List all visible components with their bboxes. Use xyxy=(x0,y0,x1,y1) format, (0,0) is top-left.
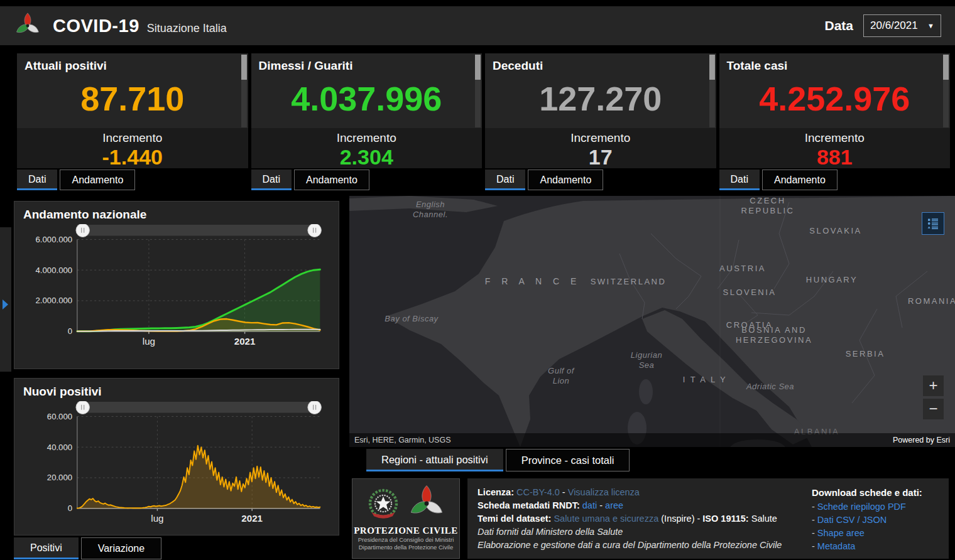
date-label: Data xyxy=(824,18,853,33)
slider-handle xyxy=(76,224,89,237)
card-value: 127.270 xyxy=(485,73,716,124)
increment-value: -1.440 xyxy=(17,145,248,168)
map-zoom-out-button[interactable]: − xyxy=(923,399,944,419)
footer-logo-title: PROTEZIONE CIVILE xyxy=(352,525,459,536)
tab-andamento[interactable]: Andamento xyxy=(294,170,369,190)
tab-variazione[interactable]: Variazione xyxy=(81,537,161,559)
page-title: COVID-19 xyxy=(53,16,139,36)
svg-text:0: 0 xyxy=(68,503,72,513)
download-title: Download schede e dati: xyxy=(812,486,944,499)
page-subtitle: Situazione Italia xyxy=(147,17,227,35)
svg-text:40.000: 40.000 xyxy=(47,443,72,452)
card-value: 4.252.976 xyxy=(719,73,951,124)
protezione-civile-logo-icon xyxy=(407,484,446,523)
stat-cards-row: Attuali positivi 87.710 Incremento -1.44… xyxy=(17,53,950,190)
scrollbar[interactable] xyxy=(475,55,481,127)
tab-dati[interactable]: Dati xyxy=(251,170,292,190)
card-title: Dimessi / Guariti xyxy=(251,53,483,73)
map-attribution: Esri, HERE, Garmin, USGS Powered by Esri xyxy=(349,433,955,447)
link-visualizza-licenza[interactable]: Visualizza licenza xyxy=(568,487,640,497)
tab-province-casi-totali[interactable]: Province - casi totali xyxy=(506,449,630,471)
svg-text:6.000.000: 6.000.000 xyxy=(36,235,73,244)
map-tabs: Regioni - attuali positivi Province - ca… xyxy=(366,449,632,471)
increment-value: 881 xyxy=(719,145,951,168)
scrollbar[interactable] xyxy=(709,55,715,127)
tab-dati[interactable]: Dati xyxy=(719,170,760,190)
tab-positivi[interactable]: Positivi xyxy=(14,537,79,559)
tab-andamento[interactable]: Andamento xyxy=(60,170,135,190)
svg-text:20.000: 20.000 xyxy=(47,473,72,482)
scrollbar[interactable] xyxy=(241,55,247,127)
tab-dati[interactable]: Dati xyxy=(17,170,57,190)
link-schede-riepilogo-pdf[interactable]: Schede riepilogo PDF xyxy=(817,502,906,512)
increment-label: Incremento xyxy=(17,131,248,145)
svg-text:2021: 2021 xyxy=(234,336,256,347)
tab-dati[interactable]: Dati xyxy=(485,170,525,190)
sidebar-expander[interactable] xyxy=(0,227,11,372)
attribution-text: Esri, HERE, Garmin, USGS xyxy=(354,436,451,444)
svg-text:2.000.000: 2.000.000 xyxy=(36,296,73,305)
card-attuali-positivi: Attuali positivi 87.710 Incremento -1.44… xyxy=(17,53,248,190)
svg-text:2021: 2021 xyxy=(241,513,263,524)
svg-text:lug: lug xyxy=(151,513,163,524)
link-cc-by[interactable]: CC-BY-4.0 xyxy=(516,487,560,497)
chevron-right-icon xyxy=(3,299,8,310)
download-block: Download schede e dati: -Schede riepilog… xyxy=(812,486,944,553)
chart-title: Andamento nazionale xyxy=(23,208,330,222)
date-value: 20/6/2021 xyxy=(870,19,918,32)
nuovi-positivi-chart[interactable]: 020.00040.00060.000lug2021 xyxy=(23,401,330,527)
panel-andamento-nazionale: Andamento nazionale 02.000.0004.000.0006… xyxy=(14,201,339,369)
svg-text:4.000.000: 4.000.000 xyxy=(36,266,73,275)
card-title: Totale casi xyxy=(719,53,951,73)
legend-button[interactable] xyxy=(922,212,944,235)
app-header: COVID-19 Situazione Italia Data 20/6/202… xyxy=(0,6,955,45)
map-zoom-in-button[interactable]: + xyxy=(923,375,944,396)
date-select[interactable]: 20/6/2021 ▼ xyxy=(863,14,941,37)
footer-logo-line1: Presidenza del Consiglio dei Ministri xyxy=(352,536,459,544)
scrollbar[interactable] xyxy=(943,55,949,127)
card-value: 87.710 xyxy=(17,73,248,124)
link-aree[interactable]: aree xyxy=(605,500,623,510)
panel-nuovi-positivi: Nuovi positivi 020.00040.00060.000lug202… xyxy=(14,378,339,536)
link-dati[interactable]: dati xyxy=(582,500,597,510)
increment-value: 2.304 xyxy=(251,145,483,168)
card-deceduti: Deceduti 127.270 Incremento 17 Dati Anda… xyxy=(485,53,716,190)
license-panel: Licenza: CC-BY-4.0 - Visualizza licenza … xyxy=(467,478,949,559)
slider-handle xyxy=(308,401,321,414)
powered-by-esri: Powered by Esri xyxy=(893,436,950,444)
card-totale-casi: Totale casi 4.252.976 Incremento 881 Dat… xyxy=(719,53,951,190)
increment-label: Incremento xyxy=(719,131,951,145)
link-dati-csv-json[interactable]: Dati CSV / JSON xyxy=(817,515,887,525)
protezione-civile-logo-icon xyxy=(14,12,41,40)
increment-label: Incremento xyxy=(251,131,483,145)
tab-andamento[interactable]: Andamento xyxy=(762,170,838,190)
card-title: Attuali positivi xyxy=(17,53,248,73)
slider-handle xyxy=(308,224,321,237)
chart-title: Nuovi positivi xyxy=(23,385,330,399)
andamento-nazionale-chart[interactable]: 02.000.0004.000.0006.000.000lug2021 xyxy=(23,224,330,350)
svg-text:lug: lug xyxy=(143,336,155,347)
basemap xyxy=(349,196,955,447)
svg-text:60.000: 60.000 xyxy=(47,412,72,421)
increment-label: Incremento xyxy=(485,131,716,145)
tab-andamento[interactable]: Andamento xyxy=(528,170,603,190)
card-title: Deceduti xyxy=(485,53,716,73)
link-shape-aree[interactable]: Shape aree xyxy=(817,528,865,538)
italy-emblem-icon xyxy=(366,486,401,521)
card-value: 4.037.996 xyxy=(251,73,483,124)
slider-handle xyxy=(76,401,89,414)
link-metadata[interactable]: Metadata xyxy=(817,541,855,551)
footer-logo-panel: PROTEZIONE CIVILE Presidenza del Consigl… xyxy=(352,478,460,559)
card-dimessi-guariti: Dimessi / Guariti 4.037.996 Incremento 2… xyxy=(251,53,483,190)
legend-icon xyxy=(927,217,939,230)
increment-value: 17 xyxy=(485,145,716,168)
svg-text:0: 0 xyxy=(68,326,72,336)
footer-logo-line2: Dipartimento della Protezione Civile xyxy=(352,544,459,551)
nuovi-positivi-tabs: Positivi Variazione xyxy=(14,537,164,559)
link-salute-umana[interactable]: Salute umana e sicurezza xyxy=(554,514,658,524)
map[interactable]: English Channel.CZECH REPUBLICSLOVAKIAAU… xyxy=(349,196,955,447)
chevron-down-icon: ▼ xyxy=(927,22,934,30)
tab-regioni-attuali-positivi[interactable]: Regioni - attuali positivi xyxy=(366,449,503,471)
